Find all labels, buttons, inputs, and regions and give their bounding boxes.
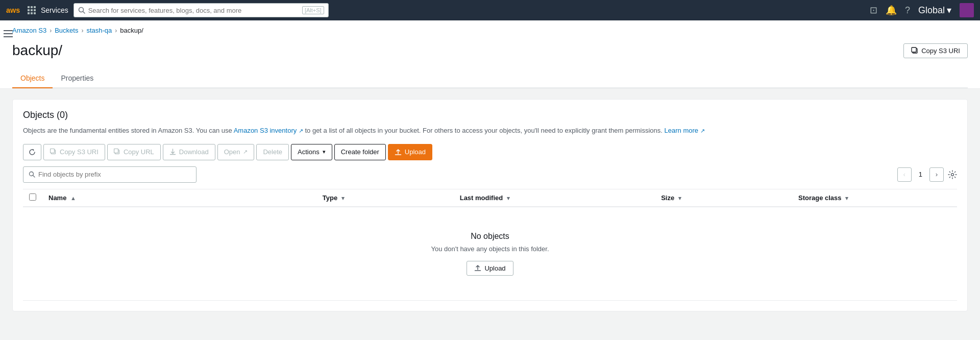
svg-rect-18 [51, 149, 55, 153]
svg-point-25 [951, 173, 954, 176]
next-page-button[interactable]: › [929, 167, 944, 182]
objects-panel: Objects (0) Objects are the fundamental … [12, 99, 968, 311]
svg-rect-9 [34, 12, 36, 14]
empty-state-description: You don't have any objects in this folde… [39, 245, 941, 253]
delete-label: Delete [263, 148, 282, 156]
top-navigation: aws Services [Alt+S] ⊡ 🔔 ? Global ▾ [0, 0, 980, 20]
objects-panel-header: Objects (0) [23, 110, 957, 120]
copy-url-label: Copy URL [124, 148, 154, 156]
copy-s3-uri-header-button[interactable]: Copy S3 URI [903, 43, 968, 58]
download-button[interactable]: Download [163, 144, 215, 160]
open-button[interactable]: Open ↗ [217, 144, 255, 160]
toolbar: Copy S3 URI Copy URL Download [23, 144, 957, 160]
tabs: Objects Properties [12, 69, 968, 88]
sidebar-toggle[interactable] [0, 26, 16, 42]
svg-rect-16 [912, 47, 916, 52]
breadcrumb-buckets[interactable]: Buckets [55, 27, 78, 34]
refresh-icon [29, 149, 36, 156]
th-type[interactable]: Type ▾ [316, 189, 454, 207]
prefix-search-icon [29, 171, 35, 178]
settings-icon [948, 170, 957, 179]
copy-url-icon [114, 149, 120, 155]
breadcrumb-sep-1: › [50, 27, 52, 34]
copy-s3-uri-label: Copy S3 URI [60, 148, 99, 156]
actions-arrow: ▾ [323, 149, 326, 155]
svg-rect-4 [28, 9, 30, 11]
breadcrumb-section: Amazon S3 › Buckets › stash-qa › backup/… [0, 20, 980, 89]
global-arrow: ▾ [947, 5, 951, 16]
copy-s3-uri-button[interactable]: Copy S3 URI [43, 144, 105, 160]
copy-s3-icon [50, 149, 57, 155]
breadcrumb-current: backup/ [120, 27, 143, 34]
th-checkbox [23, 189, 42, 207]
modified-filter-icon: ▾ [507, 195, 510, 201]
objects-description: Objects are the fundamental entities sto… [23, 126, 957, 136]
th-size[interactable]: Size ▾ [655, 189, 792, 207]
table-body: No objects You don't have any objects in… [23, 207, 957, 301]
screen-icon[interactable]: ⊡ [870, 5, 877, 16]
tab-properties[interactable]: Properties [53, 69, 102, 88]
th-modified[interactable]: Last modified ▾ [454, 189, 655, 207]
svg-rect-13 [4, 33, 13, 34]
svg-rect-6 [34, 9, 36, 11]
copy-url-button[interactable]: Copy URL [107, 144, 161, 160]
open-ext-icon: ↗ [243, 149, 248, 155]
prefix-search-input[interactable] [38, 171, 191, 178]
create-folder-label: Create folder [341, 148, 379, 156]
svg-rect-12 [4, 30, 13, 31]
upload-center-button[interactable]: Upload [467, 261, 513, 276]
delete-button[interactable]: Delete [256, 144, 289, 160]
prefix-search [23, 166, 197, 183]
name-sort-icon: ▲ [70, 195, 76, 201]
open-label: Open [224, 148, 240, 156]
svg-rect-14 [4, 36, 13, 37]
global-label: Global [918, 5, 945, 16]
th-size-label: Size [661, 194, 674, 202]
th-name[interactable]: Name ▲ [42, 189, 316, 207]
aws-logo[interactable]: aws [6, 5, 22, 15]
user-avatar[interactable] [960, 3, 974, 17]
create-folder-button[interactable]: Create folder [334, 144, 386, 160]
upload-label: Upload [405, 148, 426, 156]
download-label: Download [179, 148, 209, 156]
actions-button[interactable]: Actions ▾ [291, 144, 332, 160]
actions-label: Actions [298, 148, 320, 156]
breadcrumb-sep-3: › [115, 27, 117, 34]
refresh-button[interactable] [23, 144, 41, 160]
select-all-checkbox[interactable] [29, 193, 36, 201]
upload-icon-center [474, 264, 481, 272]
learn-more-link[interactable]: Learn more ↗ [665, 127, 705, 134]
breadcrumb-sep-2: › [81, 27, 83, 34]
help-icon[interactable]: ? [905, 5, 910, 16]
th-type-label: Type [323, 194, 337, 202]
table-settings-button[interactable] [948, 170, 957, 179]
svg-rect-8 [31, 12, 33, 14]
ext-link-icon-inventory: ↗ [299, 128, 303, 134]
prev-page-button[interactable]: ‹ [897, 167, 912, 182]
global-selector[interactable]: Global ▾ [918, 5, 951, 16]
table-header: Name ▲ Type ▾ Last modified ▾ Size [23, 189, 957, 207]
grid-icon[interactable] [28, 6, 36, 14]
svg-rect-5 [31, 9, 33, 11]
bell-icon[interactable]: 🔔 [886, 5, 897, 16]
services-link[interactable]: Services [41, 6, 68, 14]
th-storage[interactable]: Storage class ▾ [792, 189, 957, 207]
search-input[interactable] [88, 7, 299, 14]
th-modified-label: Last modified [460, 194, 503, 202]
svg-rect-7 [28, 12, 30, 14]
copy-icon-header [911, 47, 918, 54]
svg-rect-1 [28, 6, 30, 8]
page-header-row: backup/ Copy S3 URI [12, 38, 968, 67]
size-filter-icon: ▾ [678, 195, 681, 201]
upload-button[interactable]: Upload [388, 144, 432, 160]
search-bar: [Alt+S] [74, 3, 329, 17]
breadcrumb-bucket-name[interactable]: stash-qa [86, 27, 112, 34]
svg-line-11 [83, 12, 85, 14]
upload-icon-toolbar [395, 149, 402, 156]
breadcrumb-amazon-s3[interactable]: Amazon S3 [12, 27, 46, 34]
tab-objects[interactable]: Objects [12, 69, 53, 88]
inventory-link[interactable]: Amazon S3 inventory ↗ [234, 127, 303, 134]
filter-row: ‹ 1 › [23, 166, 957, 183]
ext-link-icon-learn: ↗ [700, 128, 705, 134]
pagination-controls: ‹ 1 › [897, 167, 957, 182]
